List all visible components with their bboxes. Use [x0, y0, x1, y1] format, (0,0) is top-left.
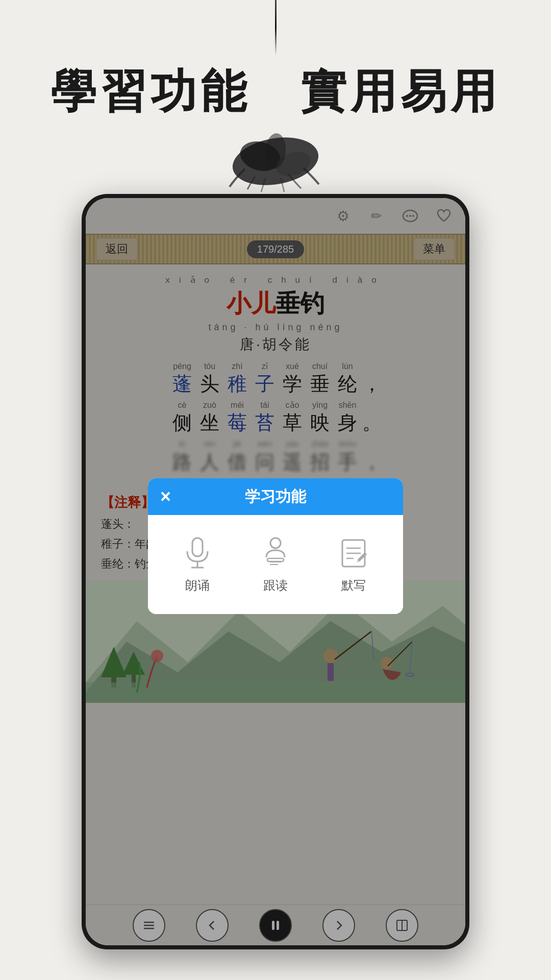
- modal-item-follow[interactable]: 跟读: [258, 535, 293, 594]
- modal-close-button[interactable]: ×: [160, 486, 171, 507]
- ink-drop-line: [275, 0, 277, 56]
- modal-item-follow-label: 跟读: [263, 577, 288, 594]
- ink-blob-svg: [214, 123, 337, 194]
- modal-item-dictation-label: 默写: [341, 577, 366, 594]
- svg-point-33: [270, 538, 281, 548]
- modal-item-reading[interactable]: 朗诵: [180, 535, 215, 594]
- pencil-writing-icon: [336, 535, 371, 571]
- modal-item-reading-label: 朗诵: [185, 577, 210, 594]
- microphone-icon: [180, 535, 215, 571]
- svg-rect-34: [267, 558, 284, 561]
- svg-rect-30: [192, 538, 203, 556]
- ink-blob-area: [214, 123, 337, 204]
- modal-overlay: × 学习功能 朗诵: [86, 198, 465, 945]
- main-title: 學習功能 實用易用: [51, 61, 500, 123]
- phone-screen: ⚙ ✏ 返回 179/285 菜单 xiǎo ér chuí diào 小儿垂钓…: [86, 198, 465, 945]
- modal-title: 学习功能: [245, 486, 306, 507]
- modal-header: × 学习功能: [148, 478, 403, 515]
- modal-body: 朗诵 跟读: [148, 515, 403, 614]
- person-reading-icon: [258, 535, 293, 571]
- modal-item-dictation[interactable]: 默写: [336, 535, 371, 594]
- top-area: 學習功能 實用易用: [0, 0, 551, 204]
- learning-modal: × 学习功能 朗诵: [148, 478, 403, 614]
- phone-frame: ⚙ ✏ 返回 179/285 菜单 xiǎo ér chuí diào 小儿垂钓…: [82, 194, 469, 949]
